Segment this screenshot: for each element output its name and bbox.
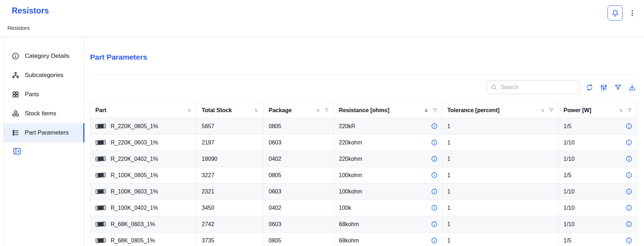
column-label: Tolerance [percent]: [447, 107, 499, 114]
info-icon[interactable]: [626, 123, 632, 130]
cell-value: 2197: [202, 140, 214, 146]
sort-icon[interactable]: [618, 108, 624, 113]
column-header-tolerance[interactable]: Tolerance [percent]: [442, 103, 559, 118]
cell-power: 1/5: [559, 118, 637, 135]
cell-package: 0805: [264, 118, 334, 135]
column-label: Power [W]: [564, 107, 591, 114]
table-row[interactable]: R_220K_0402_1%180900402220kohm11/10: [90, 151, 637, 167]
sort-icon[interactable]: [186, 108, 192, 113]
cell-resistance: 220kohm: [334, 135, 442, 151]
info-icon[interactable]: [431, 123, 438, 130]
column-filter-icon[interactable]: [324, 108, 329, 113]
sidebar-collapse-button[interactable]: [12, 147, 22, 157]
column-label: Part: [95, 107, 106, 114]
sliders-button[interactable]: [600, 83, 608, 92]
sidebar-item-parts[interactable]: Parts: [4, 85, 84, 104]
sidebar-item-stock-items[interactable]: Stock Items: [4, 104, 84, 123]
parameters-table: PartTotal StockPackageResistance [ohms]T…: [90, 102, 637, 246]
collapse-panel-icon: [12, 147, 22, 156]
column-header-power[interactable]: Power [W]: [559, 103, 637, 118]
cell-package: 0805: [264, 233, 334, 246]
part-name: R_68K_0603_1%: [111, 221, 155, 228]
info-icon[interactable]: [431, 221, 438, 228]
sidebar-item-label: Category Details: [25, 53, 69, 60]
cell-value: 1/10: [564, 205, 575, 211]
column-filter-icon[interactable]: [549, 108, 554, 113]
column-filter-icon[interactable]: [627, 108, 632, 113]
info-icon[interactable]: [626, 221, 632, 228]
info-icon[interactable]: [431, 139, 438, 146]
info-icon[interactable]: [431, 188, 438, 195]
cell-value: 68kohm: [339, 237, 359, 244]
cell-value: 0402: [269, 156, 281, 162]
info-icon[interactable]: [431, 155, 438, 162]
sidebar-item-label: Subcategories: [25, 72, 63, 79]
part-name: R_100K_0402_1%: [111, 205, 158, 211]
sort-desc-icon[interactable]: [423, 107, 429, 113]
sidebar-item-label: Part Parameters: [25, 129, 69, 136]
column-header-part[interactable]: Part: [90, 103, 197, 118]
filter-button[interactable]: [614, 83, 622, 92]
grid-icon: [12, 91, 19, 98]
top-actions: [607, 5, 636, 21]
table-header: PartTotal StockPackageResistance [ohms]T…: [90, 103, 637, 118]
info-icon[interactable]: [431, 172, 438, 179]
bell-button[interactable]: [607, 5, 623, 21]
info-icon[interactable]: [626, 155, 632, 162]
cell-part: R_68K_0805_1%: [90, 233, 197, 246]
sidebar-item-category-details[interactable]: Category Details: [4, 47, 84, 66]
sort-icon[interactable]: [540, 108, 545, 113]
cell-value: 100kohm: [339, 188, 362, 195]
refresh-button[interactable]: [586, 83, 594, 92]
table-row[interactable]: R_68K_0603_1%2742060368kohm11/10: [90, 216, 637, 233]
column-header-resistance[interactable]: Resistance [ohms]: [334, 103, 442, 118]
download-button[interactable]: [628, 83, 636, 92]
table-row[interactable]: R_220K_0805_1%56570805220kR11/5: [90, 118, 637, 135]
sidebar-item-part-parameters[interactable]: Part Parameters: [4, 123, 84, 142]
toolbar-buttons: [586, 83, 636, 92]
cell-package: 0402: [264, 200, 334, 216]
cell-value: 1/10: [564, 188, 575, 195]
info-icon[interactable]: [626, 237, 632, 244]
column-header-total_stock[interactable]: Total Stock: [197, 103, 264, 118]
cell-power: 1/10: [559, 135, 637, 151]
info-icon[interactable]: [626, 188, 632, 195]
info-icon[interactable]: [626, 172, 632, 179]
column-filter-icon[interactable]: [432, 108, 438, 113]
info-icon[interactable]: [431, 204, 438, 211]
info-icon[interactable]: [626, 204, 632, 211]
info-icon[interactable]: [626, 139, 632, 146]
table-row[interactable]: R_100K_0402_1%34500402100k11/10: [90, 200, 637, 216]
info-icon[interactable]: [431, 237, 438, 244]
kebab-menu-button[interactable]: [628, 8, 636, 18]
table-row[interactable]: R_68K_0805_1%3735080568kohm11/5: [90, 233, 637, 246]
cell-total_stock: 2197: [197, 135, 264, 151]
search-input[interactable]: [500, 84, 576, 91]
cell-power: 1/10: [559, 200, 637, 216]
search-box[interactable]: [487, 81, 580, 94]
table-row[interactable]: R_100K_0603_1%23210603100kohm11/10: [90, 184, 637, 200]
cell-value: 3735: [202, 237, 214, 244]
table-row[interactable]: R_220K_0603_1%21970603220kohm11/10: [90, 135, 637, 151]
table-row[interactable]: R_100K_0805_1%32270805100kohm11/5: [90, 167, 637, 184]
column-header-package[interactable]: Package: [264, 103, 334, 118]
bell-icon: [611, 9, 620, 17]
cell-part: R_100K_0805_1%: [90, 167, 197, 184]
cell-resistance: 220kR: [334, 118, 442, 135]
sort-icon[interactable]: [315, 108, 321, 113]
sidebar-item-subcategories[interactable]: Subcategories: [4, 66, 84, 85]
cell-value: 2321: [202, 188, 214, 195]
sort-icon[interactable]: [253, 108, 259, 113]
cell-resistance: 68kohm: [334, 233, 442, 246]
sidebar-item-label: Parts: [25, 91, 39, 98]
cell-value: 0603: [269, 140, 281, 146]
hierarchy-icon: [12, 71, 19, 79]
column-label: Resistance [ohms]: [339, 107, 389, 114]
part-name: R_220K_0805_1%: [111, 123, 158, 130]
part-thumbnail-icon: [95, 237, 106, 244]
part-thumbnail-icon: [95, 172, 106, 179]
sliders-icon: [600, 83, 608, 92]
cell-resistance: 100kohm: [334, 184, 442, 200]
cell-total_stock: 3735: [197, 233, 264, 246]
cell-power: 1/10: [559, 151, 637, 167]
